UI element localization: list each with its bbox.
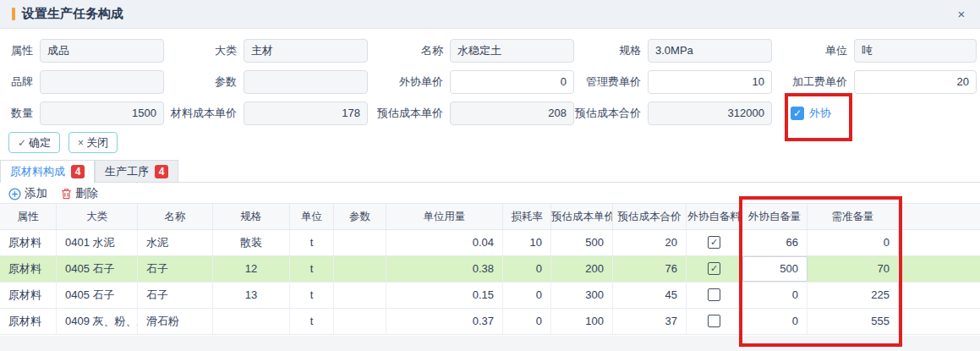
cell-r3c12[interactable]: 0 <box>742 282 808 308</box>
cell-r2c4[interactable]: 12 <box>213 256 290 282</box>
confirm-button[interactable]: ✓ 确定 <box>8 132 60 153</box>
cell-r1c8[interactable]: 10 <box>503 230 551 255</box>
cell-r4c6[interactable] <box>334 309 386 334</box>
cell-r1c6[interactable] <box>334 230 386 255</box>
cell-r3c5[interactable]: t <box>290 282 334 308</box>
cell-r4c4[interactable] <box>213 309 290 334</box>
plus-circle-icon <box>8 188 21 200</box>
tab-count-badge: 4 <box>71 165 85 178</box>
form-label-r1c5: 单位 <box>742 38 847 63</box>
cell-r1c12[interactable]: 66 <box>742 230 808 255</box>
cell-r3c3[interactable]: 石子 <box>138 282 213 308</box>
form-label-r2c5: 加工费单价 <box>742 69 847 95</box>
cell-r4c5[interactable]: t <box>290 309 334 334</box>
cell-r3c11[interactable] <box>687 282 742 308</box>
col-header-12: 外协自备量 <box>742 204 808 229</box>
cell-r1c13[interactable]: 0 <box>808 230 899 255</box>
delete-button[interactable]: 删除 <box>61 186 98 201</box>
tab-materials[interactable]: 原材料构成4 <box>0 160 95 183</box>
cell-r1c5[interactable]: t <box>290 230 334 255</box>
self-supply-checkbox[interactable]: ✓ <box>708 262 720 275</box>
cell-r3c9[interactable]: 300 <box>551 282 613 308</box>
cell-r2c3[interactable]: 石子 <box>138 256 213 282</box>
cell-r3c1[interactable]: 原材料 <box>0 282 57 308</box>
cell-r1c7[interactable]: 0.04 <box>386 230 503 255</box>
table-row[interactable]: 原材料0405 石子石子13t0.150300450225 <box>0 282 980 309</box>
cell-r2c6[interactable] <box>334 256 386 282</box>
table-row[interactable]: 原材料0405 石子石子12t0.38020076✓50070 <box>0 256 980 282</box>
cell-r1c4[interactable]: 散装 <box>213 230 290 255</box>
form-label-r2c2: 参数 <box>132 69 237 95</box>
tab-process[interactable]: 生产工序4 <box>95 160 178 182</box>
cell-r4c9[interactable]: 100 <box>551 309 613 334</box>
form-label-r3c3: 预估成本单价 <box>338 101 443 126</box>
close-x-icon: × <box>78 137 84 149</box>
form-label-r3c1: 数量 <box>0 101 33 126</box>
outsource-checkbox[interactable]: ✓外协 <box>791 106 831 121</box>
tab-count-badge: 4 <box>155 165 168 178</box>
form-label-r2c4: 管理费单价 <box>536 69 641 95</box>
cell-r2c8[interactable]: 0 <box>503 256 551 282</box>
table-row[interactable]: 原材料0409 灰、粉、土等滑石粉t0.370100370555 <box>0 309 980 335</box>
cell-r1c3[interactable]: 水泥 <box>138 230 213 255</box>
cell-r1c1[interactable]: 原材料 <box>0 230 57 255</box>
close-button[interactable]: × 关闭 <box>68 132 118 153</box>
form-label-r3c4: 预估成本合价 <box>536 101 641 126</box>
cell-r2c5[interactable]: t <box>290 256 334 282</box>
cell-r4c7[interactable]: 0.37 <box>386 309 503 334</box>
cell-r2c11[interactable]: ✓ <box>687 256 742 282</box>
materials-table: 属性大类名称规格单位参数单位用量损耗率预估成本单价预估成本合价外协自备料外协自备… <box>0 203 980 335</box>
cell-r1c2[interactable]: 0401 水泥 <box>57 230 138 255</box>
tab-bar: 原材料构成4生产工序4 <box>0 159 980 183</box>
cell-r2c13[interactable]: 70 <box>808 256 899 282</box>
cell-r1c11[interactable]: ✓ <box>687 230 742 255</box>
cell-r2c2[interactable]: 0405 石子 <box>57 256 138 282</box>
cell-r1c9[interactable]: 500 <box>551 230 613 255</box>
self-supply-checkbox[interactable] <box>708 315 720 327</box>
cell-r4c1[interactable]: 原材料 <box>0 309 57 334</box>
cell-r4c8[interactable]: 0 <box>503 309 551 334</box>
form-input-r2c5[interactable]: 20 <box>854 70 977 94</box>
cell-r2c1[interactable]: 原材料 <box>0 256 57 282</box>
cell-r4c2[interactable]: 0409 灰、粉、土等 <box>57 309 138 334</box>
col-header-6: 参数 <box>334 204 386 229</box>
cell-r3c7[interactable]: 0.15 <box>386 282 503 308</box>
table-row[interactable]: 原材料0401 水泥水泥散装t0.041050020✓660 <box>0 230 980 256</box>
cell-r2c9[interactable]: 200 <box>551 256 613 282</box>
cell-r1c10[interactable]: 20 <box>613 230 687 255</box>
cell-filler <box>899 309 980 334</box>
cell-r3c10[interactable]: 45 <box>613 282 687 308</box>
cell-r4c13[interactable]: 555 <box>808 309 899 334</box>
cell-r4c11[interactable] <box>687 309 742 334</box>
cell-r4c12[interactable]: 0 <box>742 309 808 334</box>
add-button-label: 添加 <box>25 186 47 201</box>
cell-r3c13[interactable]: 225 <box>808 282 899 308</box>
col-header-4: 规格 <box>213 204 290 229</box>
col-header-10: 预估成本合价 <box>613 204 687 229</box>
self-supply-checkbox[interactable]: ✓ <box>708 236 720 249</box>
col-header-1: 属性 <box>0 204 57 229</box>
self-supply-checkbox[interactable] <box>708 288 720 301</box>
cell-r4c10[interactable]: 37 <box>613 309 687 334</box>
form-input-r3c4[interactable]: 312000 <box>648 101 772 125</box>
cell-r3c8[interactable]: 0 <box>503 282 551 308</box>
form-area: 属性成品大类主材名称水稳定土规格3.0MPa单位吨品牌参数外协单价0管理费单价1… <box>0 0 980 131</box>
cell-r4c3[interactable]: 滑石粉 <box>138 309 213 334</box>
close-button-label: 关闭 <box>86 135 108 151</box>
cell-r2c7[interactable]: 0.38 <box>386 256 503 282</box>
cell-r3c2[interactable]: 0405 石子 <box>57 282 138 308</box>
cell-r2c12[interactable]: 500 <box>742 256 808 282</box>
form-label-r2c3: 外协单价 <box>338 69 443 95</box>
cell-r3c4[interactable]: 13 <box>213 282 290 308</box>
form-input-r1c5[interactable]: 吨 <box>854 39 977 63</box>
add-button[interactable]: 添加 <box>8 186 47 201</box>
col-header-2: 大类 <box>57 204 138 229</box>
grid-toolbar: 添加 删除 <box>8 186 98 201</box>
cell-r3c6[interactable] <box>334 282 386 308</box>
delete-button-label: 删除 <box>75 186 98 201</box>
table-header-row: 属性大类名称规格单位参数单位用量损耗率预估成本单价预估成本合价外协自备料外协自备… <box>0 203 980 230</box>
cell-r2c10[interactable]: 76 <box>613 256 687 282</box>
col-header-13: 需准备量 <box>808 204 899 229</box>
cell-filler <box>899 230 980 255</box>
form-label-r1c1: 属性 <box>0 38 33 63</box>
